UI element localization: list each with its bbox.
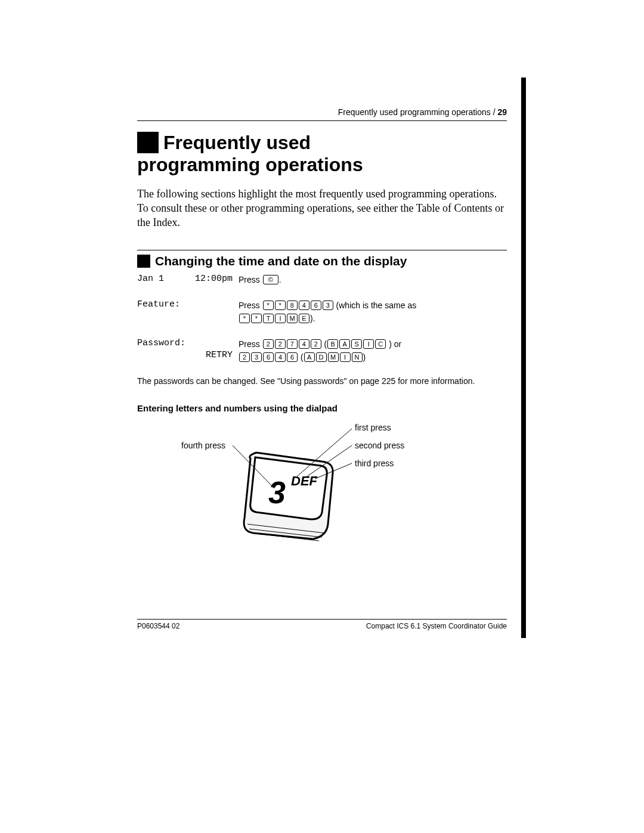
key-2: 2 xyxy=(263,339,274,349)
section-title-row: Changing the time and date on the displa… xyxy=(137,254,507,268)
key-i: I xyxy=(275,314,286,323)
intro-paragraph: The following sections highlight the mos… xyxy=(137,187,507,230)
key-i: I xyxy=(340,352,351,362)
key-s: S xyxy=(351,339,362,349)
footer-right: Compact ICS 6.1 System Coordinator Guide xyxy=(366,622,507,630)
key-c: C xyxy=(375,339,386,349)
close-paren: ). xyxy=(310,314,315,323)
lcd-text: Password: xyxy=(137,337,233,349)
step-instruction: Press ©. xyxy=(239,273,281,286)
press-label: Press xyxy=(239,301,260,310)
key-8: 8 xyxy=(287,301,298,310)
key-a: A xyxy=(304,352,315,362)
step-instruction: Press 22742 (BASIC ) or 23646 (ADMIN) xyxy=(239,337,401,364)
key-e: E xyxy=(299,314,309,323)
running-head: Frequently used programming operations /… xyxy=(137,107,507,117)
lcd-display: Password: RETRY xyxy=(137,337,233,362)
chapter-square-icon xyxy=(137,132,159,153)
lcd-display: Feature: xyxy=(137,299,233,311)
press-label: Press xyxy=(239,339,260,349)
open-paren2: ( xyxy=(298,352,304,362)
key-m: M xyxy=(287,314,298,323)
step-row: Jan 1 12:00pm Press ©. xyxy=(137,273,507,286)
header-rule xyxy=(137,120,507,121)
label-third-press: third press xyxy=(355,459,394,468)
footer-left: P0603544 02 xyxy=(137,622,179,630)
section-square-icon xyxy=(137,255,150,268)
key-6: 6 xyxy=(287,352,298,362)
key-star: * xyxy=(263,301,274,310)
lcd-display: Jan 1 12:00pm xyxy=(137,273,233,285)
key-star: * xyxy=(251,314,262,323)
key-2: 2 xyxy=(239,352,250,362)
running-head-text: Frequently used programming operations / xyxy=(338,107,496,117)
section-heading: Changing the time and date on the displa… xyxy=(137,250,507,268)
document-page: Frequently used programming operations /… xyxy=(0,0,644,833)
lcd-left: Jan 1 xyxy=(137,273,164,285)
key-4: 4 xyxy=(299,339,309,349)
key-7: 7 xyxy=(287,339,298,349)
section-rule xyxy=(137,250,507,250)
lcd-text: Feature: xyxy=(137,299,180,309)
key-6: 6 xyxy=(263,352,274,362)
key-star: * xyxy=(275,301,286,310)
key-4: 4 xyxy=(299,301,309,310)
label-first-press: first press xyxy=(355,423,391,432)
step-row: Password: RETRY Press 22742 (BASIC ) or … xyxy=(137,337,507,364)
key-digit: 3 xyxy=(268,475,286,510)
key-letters: DEF xyxy=(291,473,318,488)
close-or: ) or xyxy=(386,339,401,349)
key-star: * xyxy=(239,314,250,323)
key-d: D xyxy=(316,352,327,362)
feature-key-icon: © xyxy=(263,275,278,284)
page-footer: P0603544 02 Compact ICS 6.1 System Coord… xyxy=(137,619,507,630)
key-i: I xyxy=(363,339,374,349)
label-fourth-press: fourth press xyxy=(181,441,225,450)
page-number: 29 xyxy=(497,107,507,117)
press-label: Press xyxy=(239,275,260,284)
chapter-title: Frequently used programming operations xyxy=(137,132,507,176)
label-second-press: second press xyxy=(355,441,404,450)
close-paren2: ) xyxy=(363,352,366,362)
key-3: 3 xyxy=(323,301,333,310)
dialpad-svg: 3 DEF xyxy=(173,417,423,572)
step-row: Feature: Press **8463 (which is the same… xyxy=(137,299,507,326)
tab-edge xyxy=(521,78,526,638)
dialpad-diagram: 3 DEF first press second press third pre… xyxy=(173,417,507,572)
step-instruction: Press **8463 (which is the same as **TIM… xyxy=(239,299,416,326)
period: . xyxy=(279,275,281,284)
footer-rule xyxy=(137,619,507,620)
open-paren: ( xyxy=(322,339,327,349)
key-4: 4 xyxy=(275,352,286,362)
key-6: 6 xyxy=(311,301,321,310)
key-n: N xyxy=(352,352,363,362)
section-title: Changing the time and date on the displa… xyxy=(155,254,407,268)
lcd-right: 12:00pm xyxy=(195,273,233,285)
password-note: The passwords can be changed. See "Using… xyxy=(137,376,507,388)
chapter-title-line1: Frequently used xyxy=(163,132,311,153)
key-a: A xyxy=(339,339,350,349)
dialpad-subhead: Entering letters and numbers using the d… xyxy=(137,403,507,413)
key-2: 2 xyxy=(275,339,286,349)
key-3: 3 xyxy=(251,352,262,362)
chapter-title-line2: programming operations xyxy=(137,154,507,176)
key-m: M xyxy=(328,352,339,362)
lcd-softkey: RETRY xyxy=(137,349,233,361)
key-b: B xyxy=(327,339,338,349)
key-2: 2 xyxy=(311,339,321,349)
key-t: T xyxy=(263,314,274,323)
mid-text: (which is the same as xyxy=(334,301,417,310)
